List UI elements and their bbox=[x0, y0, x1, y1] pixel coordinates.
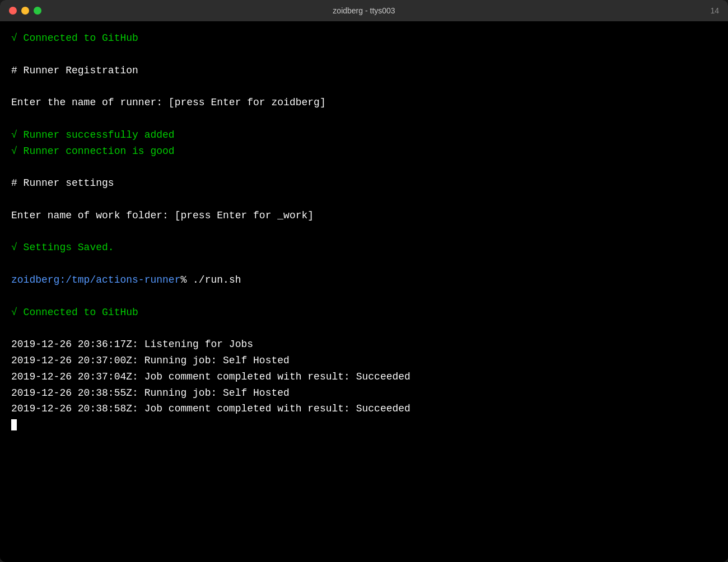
blank-7 bbox=[11, 256, 717, 272]
tab-number: 14 bbox=[710, 6, 719, 15]
titlebar: zoidberg - ttys003 14 bbox=[0, 0, 728, 21]
line-work-folder: Enter name of work folder: [press Enter … bbox=[11, 208, 717, 224]
line-log-2: 2019-12-26 20:37:00Z: Running job: Self … bbox=[11, 353, 717, 369]
blank-4 bbox=[11, 159, 717, 175]
line-log-3: 2019-12-26 20:37:04Z: Job comment comple… bbox=[11, 369, 717, 385]
line-runner-settings: # Runner settings bbox=[11, 175, 717, 191]
traffic-lights bbox=[9, 7, 41, 15]
blank-3 bbox=[11, 111, 717, 127]
terminal-content[interactable]: √ Connected to GitHub # Runner Registrat… bbox=[0, 21, 728, 562]
line-log-1: 2019-12-26 20:36:17Z: Listening for Jobs bbox=[11, 336, 717, 353]
blank-9 bbox=[11, 320, 717, 336]
line-enter-name: Enter the name of runner: [press Enter f… bbox=[11, 95, 717, 111]
minimize-button[interactable] bbox=[21, 7, 29, 15]
blank-1 bbox=[11, 46, 717, 63]
line-connected-github-2: √ Connected to GitHub bbox=[11, 305, 717, 321]
maximize-button[interactable] bbox=[34, 7, 41, 15]
line-connected-github-1: √ Connected to GitHub bbox=[11, 30, 717, 46]
close-button[interactable] bbox=[9, 7, 17, 15]
terminal-cursor bbox=[11, 419, 17, 430]
line-cursor-line bbox=[11, 417, 717, 433]
blank-5 bbox=[11, 191, 717, 208]
line-log-4: 2019-12-26 20:38:55Z: Running job: Self … bbox=[11, 385, 717, 401]
prompt-command: ./run.sh bbox=[186, 274, 241, 285]
window-title: zoidberg - ttys003 bbox=[333, 6, 395, 15]
line-shell-prompt: zoidberg:/tmp/actions-runner% ./run.sh bbox=[11, 272, 717, 288]
blank-8 bbox=[11, 288, 717, 305]
line-log-5: 2019-12-26 20:38:58Z: Job comment comple… bbox=[11, 401, 717, 417]
line-runner-connection: √ Runner connection is good bbox=[11, 143, 717, 160]
prompt-symbol: % bbox=[180, 274, 186, 285]
terminal-window: zoidberg - ttys003 14 √ Connected to Git… bbox=[0, 0, 728, 562]
blank-2 bbox=[11, 78, 717, 95]
prompt-path: zoidberg:/tmp/actions-runner bbox=[11, 274, 180, 285]
line-runner-registration: # Runner Registration bbox=[11, 63, 717, 79]
line-settings-saved: √ Settings Saved. bbox=[11, 240, 717, 256]
blank-6 bbox=[11, 224, 717, 240]
line-runner-added: √ Runner successfully added bbox=[11, 127, 717, 143]
